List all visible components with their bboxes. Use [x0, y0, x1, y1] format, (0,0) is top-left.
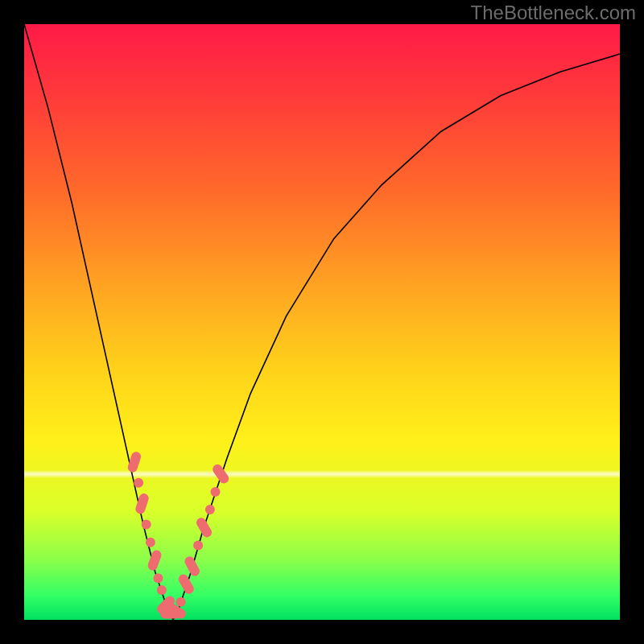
plot-area: [24, 24, 620, 620]
watermark-text: TheBottleneck.com: [471, 2, 636, 24]
marker-dot: [193, 541, 203, 551]
marker-pill: [195, 516, 213, 539]
marker-pill: [183, 555, 201, 578]
curve-markers: [126, 451, 230, 620]
marker-dot: [134, 478, 143, 488]
marker-dot: [154, 573, 163, 583]
marker-dot: [157, 585, 167, 595]
chart-svg: [24, 24, 620, 620]
chart-frame: TheBottleneck.com: [0, 0, 644, 644]
marker-dot: [176, 597, 186, 607]
marker-dot: [142, 520, 151, 530]
marker-pill: [147, 549, 163, 572]
bottleneck-curve: [24, 24, 620, 620]
marker-pill: [177, 572, 196, 596]
marker-pill: [211, 463, 231, 485]
marker-dot: [211, 487, 221, 497]
marker-dot: [205, 505, 215, 514]
marker-dot: [146, 538, 155, 547]
